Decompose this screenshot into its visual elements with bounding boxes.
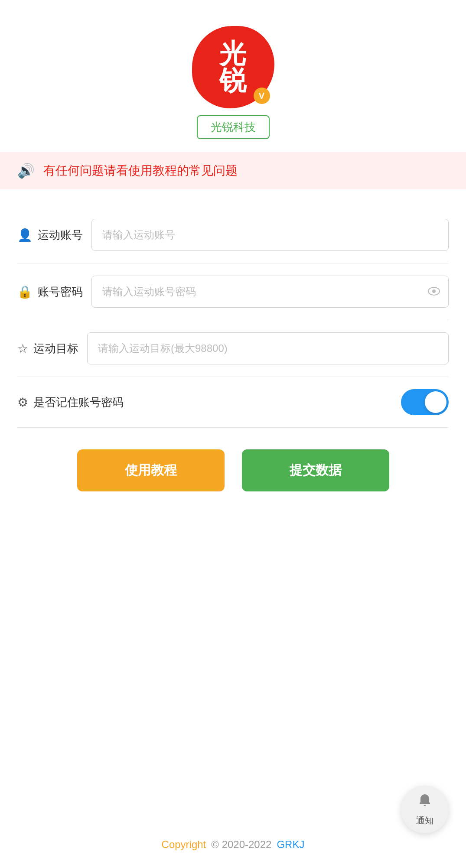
password-input[interactable] bbox=[91, 276, 449, 308]
goal-input[interactable] bbox=[87, 332, 449, 364]
footer-year: © 2020-2022 bbox=[211, 839, 271, 851]
submit-button[interactable]: 提交数据 bbox=[242, 449, 389, 491]
remember-row: ⚙ 是否记住账号密码 bbox=[17, 377, 449, 428]
svg-point-1 bbox=[432, 289, 436, 293]
logo-brand-name: 光锐科技 bbox=[197, 115, 270, 139]
account-input[interactable] bbox=[91, 219, 449, 251]
remember-label: ⚙ 是否记住账号密码 bbox=[17, 395, 401, 410]
logo-wrapper: 光锐 V bbox=[192, 26, 274, 108]
password-row: 🔒 账号密码 bbox=[17, 263, 449, 320]
bell-icon bbox=[417, 793, 433, 812]
form-section: 👤 运动账号 🔒 账号密码 bbox=[0, 207, 466, 513]
account-label: 👤 运动账号 bbox=[17, 228, 83, 243]
remember-label-text: 是否记住账号密码 bbox=[33, 395, 124, 410]
account-label-text: 运动账号 bbox=[38, 228, 83, 243]
star-icon: ☆ bbox=[17, 341, 28, 356]
notice-banner: 🔊 有任何问题请看使用教程的常见问题 bbox=[0, 152, 466, 189]
tutorial-button[interactable]: 使用教程 bbox=[77, 449, 225, 491]
logo-v-badge: V bbox=[254, 88, 270, 104]
lock-icon: 🔒 bbox=[17, 285, 33, 299]
notification-label: 通知 bbox=[416, 815, 433, 826]
buttons-row: 使用教程 提交数据 bbox=[17, 428, 449, 513]
toggle-thumb bbox=[425, 391, 446, 413]
footer-brand: GRKJ bbox=[277, 839, 304, 851]
footer: Copyright © 2020-2022 GRKJ bbox=[0, 839, 466, 851]
user-icon: 👤 bbox=[17, 228, 33, 242]
footer-copyright: Copyright bbox=[162, 839, 206, 851]
password-wrapper bbox=[91, 276, 449, 308]
notification-fab[interactable]: 通知 bbox=[401, 786, 449, 833]
goal-label: ☆ 运动目标 bbox=[17, 341, 78, 356]
goal-label-text: 运动目标 bbox=[33, 341, 78, 356]
logo-blob: 光锐 V bbox=[192, 26, 274, 108]
eye-icon[interactable] bbox=[428, 285, 440, 299]
password-label-text: 账号密码 bbox=[38, 284, 83, 299]
password-label: 🔒 账号密码 bbox=[17, 284, 83, 299]
goal-row: ☆ 运动目标 bbox=[17, 320, 449, 377]
account-row: 👤 运动账号 bbox=[17, 207, 449, 263]
notice-text: 有任何问题请看使用教程的常见问题 bbox=[43, 163, 238, 179]
remember-toggle[interactable] bbox=[401, 389, 449, 415]
settings-icon: ⚙ bbox=[17, 395, 28, 410]
notice-icon: 🔊 bbox=[17, 163, 35, 179]
page-container: 光锐 V 光锐科技 🔊 有任何问题请看使用教程的常见问题 👤 运动账号 🔒 账号… bbox=[0, 0, 466, 868]
logo-section: 光锐 V 光锐科技 bbox=[192, 26, 274, 139]
logo-text: 光锐 bbox=[219, 40, 247, 94]
